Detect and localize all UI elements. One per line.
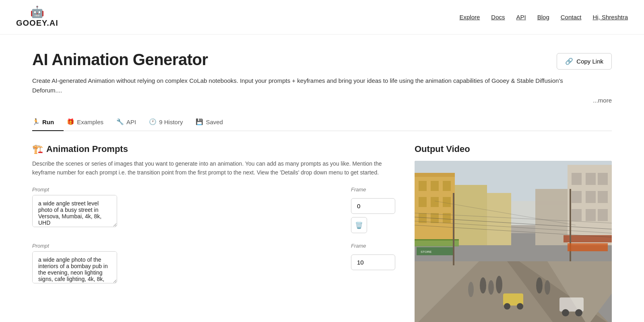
tab-saved-label: Saved [206,119,223,125]
prompt-textarea-1[interactable]: a wide angle street level photo of a bus… [32,195,117,227]
svg-rect-55 [415,161,612,322]
tab-run[interactable]: 🏃 Run [32,113,64,131]
saved-icon: 💾 [196,118,203,125]
nav-blog[interactable]: Blog [537,14,549,21]
right-panel: Output Video [415,144,612,322]
more-link[interactable]: ...more [32,97,612,104]
tab-history[interactable]: 🕐 9 History [149,113,192,131]
page-title: AI Animation Generator [32,51,208,69]
history-icon: 🕐 [149,118,157,125]
robot-icon: 🤖 [30,6,44,18]
frame-label-2: Frame [351,243,395,249]
output-video: STORE [415,161,612,322]
nav-docs[interactable]: Docs [491,14,505,21]
tab-saved[interactable]: 💾 Saved [196,113,233,131]
nav-explore[interactable]: Explore [459,14,480,21]
nav-links: Explore Docs API Blog Contact Hi, Shresh… [459,14,628,21]
prompt-label-2: Prompt [32,243,345,249]
prompt-group-2: Prompt a wide angle photo of the interio… [32,243,395,285]
tab-history-label: 9 History [159,119,183,125]
copy-link-label: Copy Link [576,58,603,65]
tab-api[interactable]: 🔧 API [116,113,146,131]
main-content: 🏗️ Animation Prompts Describe the scenes… [32,144,612,322]
nav-user[interactable]: Hi, Shreshtra [592,14,628,21]
nav-contact[interactable]: Contact [561,14,582,21]
animation-prompts-title: 🏗️ Animation Prompts [32,144,395,154]
logo[interactable]: 🤖 GOOEY.AI [16,6,58,28]
frame-input-1[interactable] [351,198,395,214]
output-title: Output Video [415,144,612,154]
tabs: 🏃 Run 🎁 Examples 🔧 API 🕐 9 History 💾 Sav… [32,113,612,131]
output-video-visual: STORE [415,161,612,322]
page-description: Create AI-generated Animation without re… [32,76,576,95]
link-icon: 🔗 [565,57,573,65]
tab-run-label: Run [42,119,54,125]
prompt-textarea-2[interactable]: a wide angle photo of the interiors of a… [32,251,117,283]
frame-group-2: Frame [351,243,395,270]
api-icon: 🔧 [116,118,124,125]
frame-input-2[interactable] [351,254,395,270]
trash-icon-1: 🗑️ [355,222,363,229]
animation-prompts-desc: Describe the scenes or series of images … [32,159,395,177]
examples-icon: 🎁 [67,118,74,125]
frame-label-1: Frame [351,187,395,193]
tab-examples[interactable]: 🎁 Examples [67,113,113,131]
delete-prompt-1[interactable]: 🗑️ [351,217,367,233]
copy-link-button[interactable]: 🔗 Copy Link [557,53,612,70]
page-content: AI Animation Generator 🔗 Copy Link Creat… [16,35,628,322]
logo-text: GOOEY.AI [16,18,58,28]
left-panel: 🏗️ Animation Prompts Describe the scenes… [32,144,395,322]
tab-examples-label: Examples [77,119,103,125]
page-header: AI Animation Generator 🔗 Copy Link [32,51,612,70]
nav-api[interactable]: API [516,14,526,21]
navbar: 🤖 GOOEY.AI Explore Docs API Blog Contact… [0,0,644,35]
run-icon: 🏃 [32,118,40,125]
prompt-group-1: Prompt a wide angle street level photo o… [32,187,395,233]
prompt-label-1: Prompt [32,187,345,193]
frame-group-1: Frame 🗑️ [351,187,395,233]
tab-api-label: API [126,119,136,125]
section-emoji: 🏗️ [32,144,43,154]
